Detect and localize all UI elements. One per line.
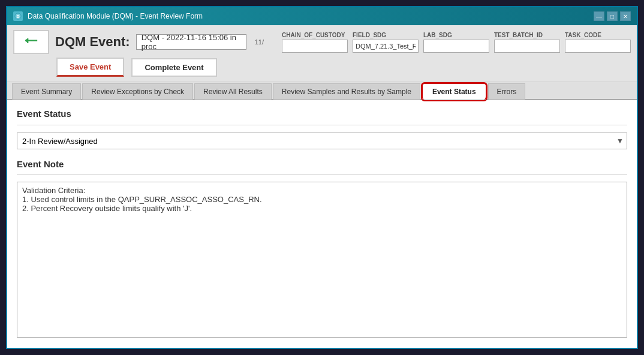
tab-review-exceptions[interactable]: Review Exceptions by Check [82, 83, 193, 100]
top-row2: Save Event Complete Event [13, 58, 631, 77]
dqm-event-value: DQM - 2022-11-16 15:06 in proc [136, 34, 246, 50]
app-icon: D [13, 11, 23, 21]
save-event-button[interactable]: Save Event [56, 58, 124, 77]
tab-event-summary[interactable]: Event Summary [12, 83, 81, 100]
maximize-button[interactable]: □ [607, 11, 618, 21]
tab-review-samples[interactable]: Review Samples and Results by Sample [273, 83, 420, 100]
field-sdg-label: FIELD_SDG [353, 32, 419, 38]
lab-sdg-label: LAB_SDG [423, 32, 489, 38]
event-status-section: Event Status 2-In Review/Assigned 1-New … [17, 109, 627, 149]
window-title: Data Qualification Module (DQM) - Event … [28, 12, 203, 20]
chain-of-custody-input[interactable] [282, 40, 348, 53]
event-extra-value: 11/ [255, 38, 264, 46]
top-bar: ⭠ DQM Event: DQM - 2022-11-16 15:06 in p… [7, 25, 637, 82]
back-button[interactable]: ⭠ [13, 30, 49, 54]
header-fields: CHAIN_OF_CUSTODY FIELD_SDG LAB_SDG TEST_… [282, 32, 631, 53]
close-button[interactable]: ✕ [620, 11, 631, 21]
tab-event-status[interactable]: Event Status [422, 83, 487, 100]
test-batch-id-label: TEST_BATCH_ID [494, 32, 560, 38]
event-note-section: Event Note Validation Criteria: 1. Used … [17, 159, 627, 339]
complete-event-button[interactable]: Complete Event [131, 58, 216, 77]
tab-review-all-results[interactable]: Review All Results [194, 83, 272, 100]
field-test-batch-id: TEST_BATCH_ID [494, 32, 560, 53]
dqm-event-label: DQM Event: [55, 34, 130, 50]
window-controls: ― □ ✕ [594, 11, 631, 21]
field-task-code: TASK_CODE [565, 32, 631, 53]
title-bar: D Data Qualification Module (DQM) - Even… [7, 7, 637, 25]
status-divider [17, 125, 627, 125]
event-status-title: Event Status [17, 109, 627, 119]
field-sdg-input[interactable] [353, 40, 419, 53]
status-dropdown[interactable]: 2-In Review/Assigned 1-New 3-Completed 4… [17, 133, 627, 149]
field-lab-sdg: LAB_SDG [423, 32, 489, 53]
note-divider [17, 174, 627, 175]
tabs-bar: Event Summary Review Exceptions by Check… [7, 82, 637, 100]
title-bar-left: D Data Qualification Module (DQM) - Even… [13, 11, 203, 21]
field-chain-of-custody: CHAIN_OF_CUSTODY [282, 32, 348, 53]
lab-sdg-input[interactable] [423, 40, 489, 53]
tab-errors[interactable]: Errors [488, 83, 526, 100]
minimize-button[interactable]: ― [594, 11, 604, 21]
event-note-textarea[interactable]: Validation Criteria: 1. Used control lim… [17, 182, 627, 338]
top-row1: ⭠ DQM Event: DQM - 2022-11-16 15:06 in p… [13, 30, 631, 54]
test-batch-id-input[interactable] [494, 40, 560, 53]
field-field-sdg: FIELD_SDG [353, 32, 419, 53]
main-window: D Data Qualification Module (DQM) - Even… [6, 6, 638, 349]
task-code-label: TASK_CODE [565, 32, 631, 38]
task-code-input[interactable] [565, 40, 631, 53]
chain-of-custody-label: CHAIN_OF_CUSTODY [282, 32, 348, 38]
back-arrow-icon: ⭠ [25, 35, 38, 49]
svg-text:D: D [16, 14, 19, 19]
event-note-title: Event Note [17, 159, 627, 169]
content-area: Event Status 2-In Review/Assigned 1-New … [7, 100, 637, 348]
status-dropdown-wrapper: 2-In Review/Assigned 1-New 3-Completed 4… [17, 133, 627, 149]
